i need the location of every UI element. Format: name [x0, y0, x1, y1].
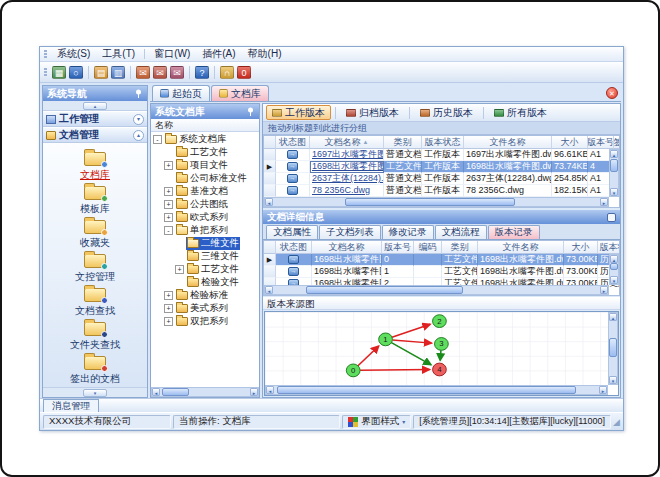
tree-expand-icon[interactable]: +	[164, 187, 173, 196]
column-header[interactable]: 状态图	[276, 136, 310, 149]
column-header[interactable]: 文档名称▲	[310, 136, 384, 149]
tree-node[interactable]: +项目文件	[151, 159, 259, 172]
tree-expand-icon[interactable]: +	[164, 213, 173, 222]
menu-item-4[interactable]: 插件(A)	[197, 47, 240, 61]
panel-options-button[interactable]	[607, 213, 616, 222]
scroll-track[interactable]	[274, 386, 599, 394]
tree-node[interactable]: 二维文件	[151, 237, 259, 250]
scroll-left-button[interactable]: ◂	[152, 388, 160, 396]
column-header[interactable]: 签出状态	[614, 136, 620, 149]
documents-grid-horizontal-scrollbar[interactable]: ◂ ▸	[264, 197, 609, 207]
scroll-up-button[interactable]: ▴	[610, 255, 618, 263]
message-management-tab[interactable]: 消息管理	[43, 399, 99, 412]
scroll-right-button[interactable]: ▸	[599, 386, 607, 394]
column-header[interactable]: 编码	[414, 241, 442, 254]
tree-node[interactable]: 三维文件	[151, 250, 259, 263]
close-tab-button[interactable]: ✕	[606, 87, 618, 99]
detail-tab[interactable]: 子文档列表	[319, 225, 381, 239]
scroll-right-button[interactable]: ▸	[600, 198, 608, 206]
tree-expand-icon[interactable]: +	[164, 291, 173, 300]
menu-item-2[interactable]: 工具(T)	[97, 47, 140, 61]
scroll-track[interactable]	[273, 286, 600, 294]
tree-horizontal-scrollbar[interactable]: ◂ ▸	[151, 387, 259, 397]
tab-selected[interactable]: 文档库	[211, 85, 269, 101]
detail-tab[interactable]: 文档属性	[266, 225, 318, 239]
tree-node[interactable]: +欧式系列	[151, 211, 259, 224]
scroll-right-button[interactable]: ▸	[250, 388, 258, 396]
column-header[interactable]: 版本号	[588, 136, 614, 149]
exit-icon[interactable]: 0	[237, 66, 251, 79]
tree-expand-icon[interactable]: +	[175, 265, 184, 274]
column-header[interactable]: 版本号	[382, 241, 414, 254]
column-header[interactable]: 版本状态	[422, 136, 464, 149]
tree-collapse-icon[interactable]: -	[153, 135, 162, 144]
version-grid-horizontal-scrollbar[interactable]: ◂ ▸	[264, 285, 609, 295]
column-header[interactable]: 文件名称	[464, 136, 552, 149]
scroll-track[interactable]	[609, 321, 617, 376]
pin-icon[interactable]	[245, 107, 255, 117]
tree-node[interactable]: +工艺文件	[151, 263, 259, 276]
scroll-track[interactable]	[610, 158, 618, 188]
tree-node[interactable]: +美式系列	[151, 302, 259, 315]
tree-node[interactable]: 公司标准文件	[151, 172, 259, 185]
version-node-1[interactable]: 1	[379, 333, 393, 346]
help-icon[interactable]: ?	[195, 66, 209, 79]
version-grid-vertical-scrollbar[interactable]: ▴ ▾	[609, 254, 619, 285]
folder-computer-icon[interactable]: ▥	[111, 66, 125, 79]
tree-node[interactable]: -单把系列	[151, 224, 259, 237]
menu-item-1[interactable]: 系统(S)	[52, 47, 95, 61]
tree-name-column-header[interactable]: 名称	[151, 119, 259, 132]
column-header[interactable]: 文档名称	[312, 241, 382, 254]
menu-grip-handle[interactable]	[44, 50, 47, 59]
menu-item-3[interactable]: 窗口(W)	[149, 47, 195, 61]
globe-icon[interactable]: ○	[69, 66, 83, 79]
graph-vertical-scrollbar[interactable]: ▴ ▾	[608, 312, 618, 385]
remote-desktop-icon[interactable]: ▦	[52, 66, 66, 79]
version-node-4[interactable]: 4	[433, 363, 447, 376]
version-filter-button[interactable]: 归档版本	[340, 105, 405, 120]
column-header[interactable]: 文件名称	[478, 241, 564, 254]
tree-node[interactable]: -系统文档库	[151, 133, 259, 146]
column-header[interactable]: 类别	[384, 136, 422, 149]
scroll-down-button[interactable]: ▾	[610, 188, 618, 196]
graph-horizontal-scrollbar[interactable]: ◂ ▸	[265, 385, 608, 395]
scroll-right-button[interactable]: ▸	[600, 286, 608, 294]
detail-tab[interactable]: 修改记录	[382, 225, 434, 239]
tree-expand-icon[interactable]: +	[164, 161, 173, 170]
scroll-up-button[interactable]: ▴	[609, 313, 617, 321]
resize-grip[interactable]: ◢	[613, 417, 620, 427]
column-header[interactable]: 大小	[564, 241, 598, 254]
scroll-down-button[interactable]: ▾	[609, 376, 617, 384]
detail-tab[interactable]: 版本记录	[488, 225, 540, 239]
tree-node[interactable]: +检验标准	[151, 289, 259, 302]
ui-style-selector[interactable]: 界面样式 ▾	[342, 415, 411, 429]
version-node-2[interactable]: 2	[433, 315, 447, 328]
sidebar-item[interactable]: 签出的文档	[70, 352, 120, 386]
tree-expand-icon[interactable]: +	[164, 200, 173, 209]
sidebar-group-work-management[interactable]: 工作管理 ▾	[43, 111, 147, 127]
sidebar-group-document-management[interactable]: 文档管理 ▴	[43, 127, 147, 143]
version-row[interactable]: →1698出水嘴零件图.dwg1工艺文件1698出水嘴零件图.dwg73.00K…	[264, 266, 619, 278]
scroll-left-button[interactable]: ◂	[265, 198, 273, 206]
sidebar-item[interactable]: 模板库	[80, 182, 110, 216]
document-row[interactable]: →2637主体(12284).dwg普通文档工作版本2637主体(12284).…	[264, 173, 619, 185]
documents-grid-vertical-scrollbar[interactable]: ▴ ▾	[609, 149, 619, 197]
scroll-down-button[interactable]: ▾	[610, 276, 618, 284]
version-filter-button[interactable]: 工作版本	[266, 105, 331, 120]
version-node-3[interactable]: 3	[435, 338, 449, 351]
sidebar-item[interactable]: 文控管理	[75, 250, 115, 284]
detail-tab[interactable]: 文档流程	[435, 225, 487, 239]
column-header[interactable]: 状态图	[276, 241, 312, 254]
sidebar-item[interactable]: 文档查找	[75, 284, 115, 318]
mail-out-icon[interactable]: ✉	[153, 66, 167, 79]
tab-item[interactable]: 起始页	[152, 85, 210, 101]
mail-new-icon[interactable]: ✉	[136, 66, 150, 79]
tree-node[interactable]: +双把系列	[151, 315, 259, 328]
document-row[interactable]: ▶→1698出水嘴零件图.dwg工艺文件工作版本1698出水嘴零件图.dwg73…	[264, 161, 619, 173]
tree-node[interactable]: 工艺文件	[151, 146, 259, 159]
folder-open-icon[interactable]: ▤	[94, 66, 108, 79]
menu-item-5[interactable]: 帮助(H)	[243, 47, 287, 61]
scroll-left-button[interactable]: ◂	[265, 286, 273, 294]
lock-icon[interactable]: ∩	[220, 66, 234, 79]
version-row[interactable]: ▶→1698出水嘴零件图.dwg0工艺文件1698出水嘴零件图.dwg73.00…	[264, 254, 619, 266]
